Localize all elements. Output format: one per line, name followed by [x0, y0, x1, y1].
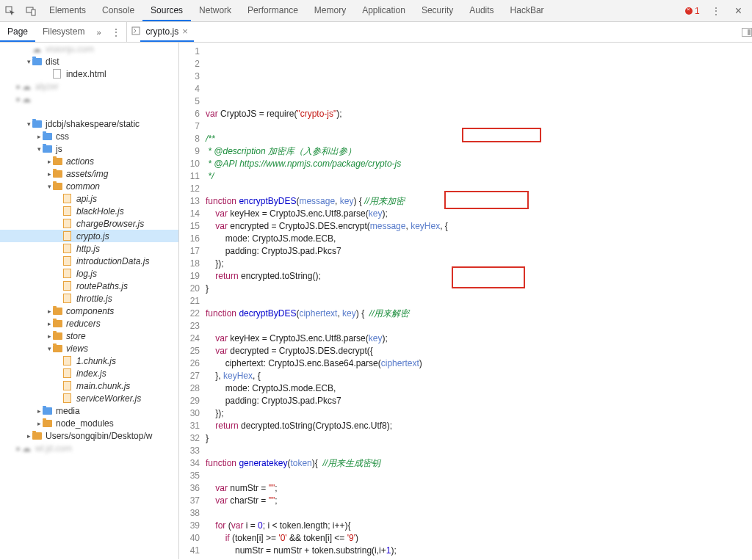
code-line[interactable]: return decrypted.toString(CryptoJS.enc.U…	[206, 420, 752, 432]
device-toggle-icon[interactable]	[21, 1, 41, 21]
code-line[interactable]: var keyHex = CryptoJS.enc.Utf8.parse(key…	[206, 332, 752, 345]
panel-tab-audits[interactable]: Audits	[461, 0, 502, 21]
code-line[interactable]: var charStr = "";	[206, 495, 752, 507]
sidebar-more-icon[interactable]: ⋮	[106, 27, 126, 37]
tree-row[interactable]: ▾js	[0, 142, 178, 155]
code-line[interactable]: /**	[206, 133, 752, 145]
tree-twisty-icon[interactable]: ▾	[35, 145, 43, 153]
code-line[interactable]: */	[206, 170, 752, 183]
tree-twisty-icon[interactable]: ▸	[46, 308, 53, 315]
tree-row[interactable]: main.chunk.js	[0, 379, 178, 392]
code-line[interactable]: var encrypted = CryptoJS.DES.encrypt(mes…	[206, 220, 752, 233]
tree-twisty-icon[interactable]: ▸	[15, 83, 22, 90]
code-line[interactable]: padding: CryptoJS.pad.Pkcs7	[206, 395, 752, 407]
tree-twisty-icon[interactable]: ▸	[46, 320, 53, 327]
close-tab-icon[interactable]: ×	[182, 26, 188, 37]
file-tree[interactable]: ☁visionju.com▾distindex.html▸☁ alyzer▸☁ …	[0, 43, 179, 559]
code-line[interactable]: }	[206, 283, 752, 295]
close-devtools-icon[interactable]: ×	[732, 4, 745, 18]
tree-row[interactable]: ▾jdcbj/shakespeare/static	[0, 117, 178, 130]
code-line[interactable]: }, keyHex, {	[206, 370, 752, 382]
panel-tab-security[interactable]: Security	[413, 0, 461, 21]
code-line[interactable]	[206, 183, 752, 195]
code-line[interactable]: for (var i = 0; i < token.length; i++){	[206, 520, 752, 532]
panel-tab-performance[interactable]: Performance	[239, 0, 306, 21]
more-menu-icon[interactable]: ⋮	[706, 6, 726, 16]
code-line[interactable]: ciphertext: CryptoJS.enc.Base64.parse(ci…	[206, 357, 752, 370]
sidebar-tab-filesystem[interactable]: Filesystem	[35, 22, 92, 42]
file-nav-icon[interactable]	[131, 26, 140, 37]
tree-row[interactable]: index.js	[0, 367, 178, 379]
tree-twisty-icon[interactable]: ▸	[46, 332, 53, 340]
tree-row[interactable]: throttle.js	[0, 292, 178, 305]
panel-tab-elements[interactable]: Elements	[41, 0, 94, 21]
tree-row[interactable]: log.js	[0, 267, 178, 280]
code-line[interactable]: var CryptoJS = require("crypto-js");	[206, 108, 752, 120]
code-line[interactable]	[206, 120, 752, 133]
toggle-editor-pane-icon[interactable]	[742, 28, 752, 37]
tree-twisty-icon[interactable]: ▸	[15, 95, 22, 103]
tree-twisty-icon[interactable]: ▸	[25, 432, 32, 440]
code-line[interactable]: else	[206, 557, 752, 559]
tree-twisty-icon[interactable]: ▸	[35, 420, 43, 427]
code-line[interactable]: var decrypted = CryptoJS.DES.decrypt({	[206, 345, 752, 357]
tree-row[interactable]: chargeBrowser.js	[0, 217, 178, 230]
code-line[interactable]	[206, 295, 752, 308]
tree-row[interactable]: ▸css	[0, 130, 178, 142]
tree-row[interactable]: ▾dist	[0, 55, 178, 68]
panel-tab-memory[interactable]: Memory	[306, 0, 354, 21]
tree-row[interactable]: ☁visionju.com	[0, 43, 178, 55]
tree-row[interactable]: index.html	[0, 68, 178, 80]
panel-tab-sources[interactable]: Sources	[142, 0, 191, 21]
tree-twisty-icon[interactable]: ▸	[35, 407, 43, 415]
sidebar-tab-page[interactable]: Page	[0, 22, 35, 42]
tree-row[interactable]: ▸node_modules	[0, 417, 178, 429]
tree-row[interactable]	[0, 105, 178, 117]
tree-row[interactable]: ▸actions	[0, 155, 178, 167]
code-line[interactable]: function decryptByDES(ciphertext, key) {…	[206, 308, 752, 320]
code-line[interactable]: });	[206, 407, 752, 420]
code-line[interactable]: return encrypted.toString();	[206, 270, 752, 283]
panel-tab-application[interactable]: Application	[354, 0, 413, 21]
code-line[interactable]: * @description 加密库（入参和出参）	[206, 145, 752, 158]
tree-row[interactable]: introductionData.js	[0, 255, 178, 267]
code-line[interactable]: padding: CryptoJS.pad.Pkcs7	[206, 245, 752, 258]
tree-row[interactable]: crypto.js	[0, 230, 178, 242]
tree-row[interactable]: blackHole.js	[0, 205, 178, 217]
tree-twisty-icon[interactable]: ▾	[25, 120, 32, 128]
code-line[interactable]: }	[206, 432, 752, 445]
code-line[interactable]: var numStr = "";	[206, 482, 752, 495]
tree-row[interactable]: ▸assets/img	[0, 167, 178, 180]
code-line[interactable]: * @API https://www.npmjs.com/package/cry…	[206, 158, 752, 170]
tree-twisty-icon[interactable]: ▾	[46, 183, 53, 190]
code-line[interactable]: function generatekey(token){ //用来生成密钥	[206, 457, 752, 470]
code-line[interactable]: numStr = numStr + token.substring(i,i+1)…	[206, 545, 752, 557]
tree-row[interactable]: ▸☁	[0, 92, 178, 105]
tree-twisty-icon[interactable]: ▸	[15, 445, 22, 452]
panel-tab-network[interactable]: Network	[191, 0, 239, 21]
code-line[interactable]	[206, 507, 752, 520]
tree-row[interactable]: routePaths.js	[0, 280, 178, 292]
tree-row[interactable]: ▸Users/songqibin/Desktop/w	[0, 429, 178, 442]
tree-row[interactable]: ▸store	[0, 330, 178, 342]
inspect-icon[interactable]	[0, 1, 21, 21]
code-line[interactable]: mode: CryptoJS.mode.ECB,	[206, 382, 752, 395]
panel-tab-console[interactable]: Console	[94, 0, 142, 21]
tree-row[interactable]: serviceWorker.js	[0, 392, 178, 404]
code-line[interactable]	[206, 445, 752, 457]
tree-row[interactable]: ▸components	[0, 305, 178, 317]
tree-row[interactable]: ▸media	[0, 404, 178, 417]
tree-row[interactable]: ▾views	[0, 342, 178, 354]
tree-twisty-icon[interactable]: ▾	[25, 58, 32, 65]
error-count-badge[interactable]: 1	[685, 6, 700, 16]
tree-row[interactable]: 1.chunk.js	[0, 354, 178, 367]
tree-row[interactable]: ▾common	[0, 180, 178, 192]
tree-row[interactable]: api.js	[0, 192, 178, 205]
file-tab-crypto[interactable]: crypto.js ×	[140, 22, 194, 42]
code-line[interactable]: function encryptByDES(message, key) { //…	[206, 195, 752, 208]
code-surface[interactable]: var CryptoJS = require("crypto-js"); /**…	[206, 43, 752, 559]
code-line[interactable]	[206, 470, 752, 482]
panel-tab-hackbar[interactable]: HackBar	[502, 0, 552, 21]
code-line[interactable]: if (token[i] >= '0' && token[i] <= '9')	[206, 532, 752, 545]
overflow-chevron-icon[interactable]: »	[92, 28, 105, 37]
